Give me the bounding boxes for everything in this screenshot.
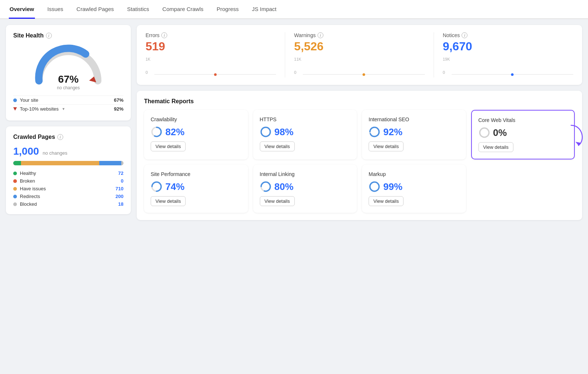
crawled-pages-label: Crawled Pages <box>13 134 55 140</box>
warnings-sparkline: 11K 0 <box>294 57 424 78</box>
crawl-row-have-issues: Have issues 710 <box>13 186 123 191</box>
intl-seo-name: International SEO <box>369 116 459 122</box>
top10-label: Top-10% websites <box>20 106 59 112</box>
warnings-spark-line <box>303 74 424 75</box>
your-site-value: 67% <box>114 97 123 103</box>
https-score: 98% <box>260 126 351 138</box>
errors-spark-dot <box>214 73 216 76</box>
site-health-title: Site Health i <box>13 32 123 39</box>
errors-spark-top: 1K <box>146 57 150 61</box>
https-ring <box>260 126 272 138</box>
notices-spark-top: 19K <box>443 57 450 61</box>
crawl-row-broken: Broken 0 <box>13 178 123 184</box>
top10-value: 92% <box>114 106 123 112</box>
thematic-reports-card: Thematic Reports Crawlability 82% View d… <box>137 91 582 220</box>
errors-spark-bot: 0 <box>146 70 148 75</box>
crawled-pages-title: Crawled Pages i <box>13 134 123 140</box>
svg-point-14 <box>370 182 379 191</box>
your-site-dot <box>13 98 17 102</box>
metric-warnings: Warnings i 5,526 11K 0 <box>294 32 434 78</box>
site-legend-your-site: Your site 67% <box>13 96 123 104</box>
crawled-pages-card: Crawled Pages i 1,000 no changes Healthy <box>6 126 131 214</box>
notices-info-icon[interactable]: i <box>462 32 467 38</box>
warnings-info-icon[interactable]: i <box>318 32 323 38</box>
int-link-score: 80% <box>260 181 351 193</box>
site-perf-view-details[interactable]: View details <box>151 196 186 206</box>
thematic-reports-title: Thematic Reports <box>144 98 575 105</box>
site-perf-score: 74% <box>151 181 241 193</box>
value-have-issues: 710 <box>115 186 123 191</box>
crawl-row-blocked: Blocked 18 <box>13 201 123 207</box>
markup-score: 99% <box>369 181 459 193</box>
dot-have-issues <box>13 187 17 191</box>
notices-label: Notices i <box>443 32 573 38</box>
label-blocked: Blocked <box>20 201 37 207</box>
report-core-web-vitals: Core Web Vitals 0% View details <box>471 110 575 159</box>
nav-item-crawled-pages[interactable]: Crawled Pages <box>76 0 115 19</box>
int-link-view-details[interactable]: View details <box>260 196 295 206</box>
report-markup: Markup 99% View details <box>362 165 466 213</box>
dot-blocked <box>13 202 17 206</box>
errors-info-icon[interactable]: i <box>161 32 167 38</box>
crawl-legend: Healthy 72 Broken 0 Have issues <box>13 170 123 207</box>
report-internal-linking: Internal Linking 80% View details <box>253 165 357 213</box>
nav-item-overview[interactable]: Overview <box>9 0 35 19</box>
warnings-spark-dot <box>362 73 365 76</box>
int-link-ring <box>260 181 272 193</box>
pb-blocked <box>121 161 123 165</box>
site-health-info-icon[interactable]: i <box>46 33 52 39</box>
site-legend-top10: Top-10% websites ▾ 92% <box>13 104 123 113</box>
notices-spark-dot <box>511 73 514 76</box>
crawlability-view-details[interactable]: View details <box>151 141 186 151</box>
errors-sparkline: 1K 0 <box>146 57 276 78</box>
value-healthy: 72 <box>118 170 123 176</box>
errors-spark-line <box>154 74 276 75</box>
errors-value: 519 <box>146 40 276 53</box>
crawled-pages-info-icon[interactable]: i <box>57 134 63 140</box>
cwv-ring <box>478 127 490 139</box>
site-health-card: Site Health i 67% no changes <box>6 25 131 121</box>
pb-redirects <box>99 161 121 165</box>
crawled-progress-bar <box>13 161 123 165</box>
arrow-annotation <box>571 122 588 151</box>
reports-empty-cell <box>471 165 575 213</box>
nav-item-progress[interactable]: Progress <box>216 0 240 19</box>
nav-item-statistics[interactable]: Statistics <box>126 0 150 19</box>
crawl-row-healthy: Healthy 72 <box>13 170 123 176</box>
crawled-count: 1,000 <box>13 145 39 157</box>
errors-label: Errors i <box>146 32 276 38</box>
value-redirects: 200 <box>115 194 123 199</box>
metrics-card: Errors i 519 1K 0 Warnings i 5,52 <box>137 25 582 85</box>
markup-view-details[interactable]: View details <box>369 196 404 206</box>
nav-item-issues[interactable]: Issues <box>47 0 64 19</box>
main-layout: Site Health i 67% no changes <box>0 19 588 226</box>
crawlability-name: Crawlability <box>151 116 241 122</box>
intl-seo-view-details[interactable]: View details <box>369 141 404 151</box>
crawled-count-row: 1,000 no changes <box>13 145 123 157</box>
nav-bar: OverviewIssuesCrawled PagesStatisticsCom… <box>0 0 588 19</box>
dot-broken <box>13 179 17 183</box>
gauge-percent: 67% <box>57 73 80 85</box>
report-crawlability: Crawlability 82% View details <box>144 110 248 159</box>
pb-healthy <box>13 161 21 165</box>
cwv-view-details[interactable]: View details <box>478 142 513 152</box>
metric-notices: Notices i 9,670 19K 0 <box>443 32 573 78</box>
warnings-spark-top: 11K <box>294 57 301 61</box>
label-healthy: Healthy <box>20 170 36 176</box>
crawl-row-redirects: Redirects 200 <box>13 194 123 199</box>
crawled-sub: no changes <box>43 150 67 156</box>
svg-point-6 <box>370 127 379 137</box>
notices-spark-line <box>452 74 573 75</box>
notices-value: 9,670 <box>443 40 573 53</box>
intl-seo-ring <box>369 126 380 138</box>
metric-errors: Errors i 519 1K 0 <box>146 32 285 78</box>
your-site-label: Your site <box>20 97 38 103</box>
svg-marker-8 <box>576 142 581 145</box>
notices-sparkline: 19K 0 <box>443 57 573 78</box>
cwv-name: Core Web Vitals <box>478 117 568 123</box>
nav-item-compare-crawls[interactable]: Compare Crawls <box>162 0 204 19</box>
site-health-label: Site Health <box>13 32 44 39</box>
dot-redirects <box>13 195 17 198</box>
nav-item-js-impact[interactable]: JS Impact <box>251 0 277 19</box>
https-view-details[interactable]: View details <box>260 141 295 151</box>
